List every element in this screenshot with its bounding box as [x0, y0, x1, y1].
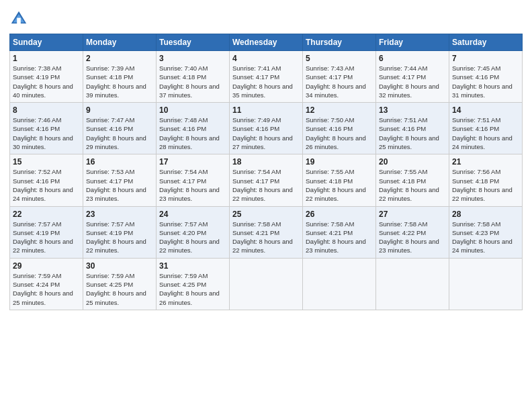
- day-detail: Sunrise: 7:45 AMSunset: 4:16 PMDaylight:…: [452, 64, 519, 99]
- calendar-cell: 7Sunrise: 7:45 AMSunset: 4:16 PMDaylight…: [449, 51, 523, 103]
- calendar-cell: 16Sunrise: 7:53 AMSunset: 4:17 PMDayligh…: [83, 154, 157, 206]
- day-header-sunday: Sunday: [10, 34, 83, 51]
- day-number: 4: [232, 54, 300, 63]
- day-detail: Sunrise: 7:41 AMSunset: 4:17 PMDaylight:…: [232, 64, 300, 99]
- calendar-cell: 8Sunrise: 7:46 AMSunset: 4:16 PMDaylight…: [10, 103, 83, 154]
- day-detail: Sunrise: 7:52 AMSunset: 4:16 PMDaylight:…: [13, 167, 80, 203]
- day-detail: Sunrise: 7:58 AMSunset: 4:21 PMDaylight:…: [232, 220, 300, 255]
- day-detail: Sunrise: 7:59 AMSunset: 4:25 PMDaylight:…: [86, 271, 153, 307]
- calendar-cell: [230, 258, 303, 310]
- logo: [9, 9, 30, 28]
- day-detail: Sunrise: 7:55 AMSunset: 4:18 PMDaylight:…: [379, 167, 446, 203]
- calendar-cell: 2Sunrise: 7:39 AMSunset: 4:18 PMDaylight…: [83, 51, 157, 103]
- day-detail: Sunrise: 7:58 AMSunset: 4:21 PMDaylight:…: [306, 220, 373, 255]
- day-number: 3: [159, 54, 226, 63]
- calendar-body: 1Sunrise: 7:38 AMSunset: 4:19 PMDaylight…: [10, 51, 523, 310]
- calendar-container: SundayMondayTuesdayWednesdayThursdayFrid…: [0, 0, 532, 317]
- day-number: 13: [379, 105, 446, 115]
- day-header-saturday: Saturday: [449, 34, 523, 51]
- day-detail: Sunrise: 7:54 AMSunset: 4:17 PMDaylight:…: [232, 167, 300, 203]
- day-detail: Sunrise: 7:39 AMSunset: 4:18 PMDaylight:…: [86, 64, 153, 99]
- day-header-monday: Monday: [83, 34, 157, 51]
- day-number: 27: [379, 210, 446, 219]
- calendar-cell: [303, 258, 376, 310]
- day-number: 7: [452, 54, 519, 63]
- calendar-cell: 23Sunrise: 7:57 AMSunset: 4:19 PMDayligh…: [83, 206, 157, 258]
- day-detail: Sunrise: 7:59 AMSunset: 4:24 PMDaylight:…: [13, 271, 80, 307]
- day-number: 24: [159, 210, 226, 219]
- calendar-week-4: 22Sunrise: 7:57 AMSunset: 4:19 PMDayligh…: [10, 206, 523, 258]
- calendar-cell: 31Sunrise: 7:59 AMSunset: 4:25 PMDayligh…: [157, 258, 230, 310]
- day-number: 16: [86, 157, 153, 167]
- day-detail: Sunrise: 7:51 AMSunset: 4:16 PMDaylight:…: [379, 116, 446, 151]
- day-detail: Sunrise: 7:47 AMSunset: 4:16 PMDaylight:…: [86, 116, 153, 151]
- day-detail: Sunrise: 7:49 AMSunset: 4:16 PMDaylight:…: [232, 116, 300, 151]
- day-number: 21: [452, 157, 519, 167]
- calendar-cell: 18Sunrise: 7:54 AMSunset: 4:17 PMDayligh…: [230, 154, 303, 206]
- day-number: 2: [86, 54, 153, 63]
- day-number: 26: [306, 210, 373, 219]
- calendar-cell: 21Sunrise: 7:56 AMSunset: 4:18 PMDayligh…: [449, 154, 523, 206]
- day-number: 28: [452, 210, 519, 219]
- calendar-cell: 25Sunrise: 7:58 AMSunset: 4:21 PMDayligh…: [230, 206, 303, 258]
- calendar-week-2: 8Sunrise: 7:46 AMSunset: 4:16 PMDaylight…: [10, 103, 523, 154]
- logo-icon: [9, 9, 28, 28]
- calendar-header-row: SundayMondayTuesdayWednesdayThursdayFrid…: [10, 34, 523, 51]
- day-number: 22: [13, 210, 80, 219]
- calendar-table: SundayMondayTuesdayWednesdayThursdayFrid…: [9, 34, 523, 310]
- day-number: 17: [159, 157, 226, 167]
- calendar-cell: 27Sunrise: 7:58 AMSunset: 4:22 PMDayligh…: [376, 206, 449, 258]
- day-detail: Sunrise: 7:38 AMSunset: 4:19 PMDaylight:…: [13, 64, 80, 99]
- day-number: 20: [379, 157, 446, 167]
- calendar-cell: [376, 258, 449, 310]
- day-detail: Sunrise: 7:57 AMSunset: 4:20 PMDaylight:…: [159, 220, 226, 255]
- day-detail: Sunrise: 7:44 AMSunset: 4:17 PMDaylight:…: [379, 64, 446, 99]
- calendar-week-1: 1Sunrise: 7:38 AMSunset: 4:19 PMDaylight…: [10, 51, 523, 103]
- calendar-cell: 30Sunrise: 7:59 AMSunset: 4:25 PMDayligh…: [83, 258, 157, 310]
- day-number: 9: [86, 105, 153, 115]
- day-header-wednesday: Wednesday: [230, 34, 303, 51]
- calendar-cell: 19Sunrise: 7:55 AMSunset: 4:18 PMDayligh…: [303, 154, 376, 206]
- day-number: 1: [13, 54, 80, 63]
- calendar-cell: 13Sunrise: 7:51 AMSunset: 4:16 PMDayligh…: [376, 103, 449, 154]
- day-detail: Sunrise: 7:57 AMSunset: 4:19 PMDaylight:…: [13, 220, 80, 255]
- calendar-cell: [449, 258, 523, 310]
- day-number: 15: [13, 157, 80, 167]
- calendar-cell: 22Sunrise: 7:57 AMSunset: 4:19 PMDayligh…: [10, 206, 83, 258]
- calendar-cell: 6Sunrise: 7:44 AMSunset: 4:17 PMDaylight…: [376, 51, 449, 103]
- calendar-cell: 28Sunrise: 7:58 AMSunset: 4:23 PMDayligh…: [449, 206, 523, 258]
- day-header-tuesday: Tuesday: [157, 34, 230, 51]
- day-number: 23: [86, 210, 153, 219]
- day-number: 10: [159, 105, 226, 115]
- svg-rect-2: [17, 18, 21, 24]
- calendar-cell: 3Sunrise: 7:40 AMSunset: 4:18 PMDaylight…: [157, 51, 230, 103]
- calendar-header: [9, 7, 523, 28]
- day-detail: Sunrise: 7:46 AMSunset: 4:16 PMDaylight:…: [13, 116, 80, 151]
- day-detail: Sunrise: 7:58 AMSunset: 4:23 PMDaylight:…: [452, 220, 519, 255]
- day-detail: Sunrise: 7:51 AMSunset: 4:16 PMDaylight:…: [452, 116, 519, 151]
- calendar-cell: 15Sunrise: 7:52 AMSunset: 4:16 PMDayligh…: [10, 154, 83, 206]
- calendar-cell: 26Sunrise: 7:58 AMSunset: 4:21 PMDayligh…: [303, 206, 376, 258]
- calendar-cell: 24Sunrise: 7:57 AMSunset: 4:20 PMDayligh…: [157, 206, 230, 258]
- day-number: 6: [379, 54, 446, 63]
- day-number: 14: [452, 105, 519, 115]
- calendar-cell: 29Sunrise: 7:59 AMSunset: 4:24 PMDayligh…: [10, 258, 83, 310]
- day-header-friday: Friday: [376, 34, 449, 51]
- calendar-week-5: 29Sunrise: 7:59 AMSunset: 4:24 PMDayligh…: [10, 258, 523, 310]
- day-detail: Sunrise: 7:59 AMSunset: 4:25 PMDaylight:…: [159, 271, 226, 307]
- day-number: 29: [13, 261, 80, 271]
- day-number: 25: [232, 210, 300, 219]
- day-detail: Sunrise: 7:40 AMSunset: 4:18 PMDaylight:…: [159, 64, 226, 99]
- calendar-cell: 20Sunrise: 7:55 AMSunset: 4:18 PMDayligh…: [376, 154, 449, 206]
- calendar-cell: 17Sunrise: 7:54 AMSunset: 4:17 PMDayligh…: [157, 154, 230, 206]
- calendar-cell: 4Sunrise: 7:41 AMSunset: 4:17 PMDaylight…: [230, 51, 303, 103]
- day-number: 5: [306, 54, 373, 63]
- day-number: 19: [306, 157, 373, 167]
- calendar-cell: 1Sunrise: 7:38 AMSunset: 4:19 PMDaylight…: [10, 51, 83, 103]
- day-detail: Sunrise: 7:58 AMSunset: 4:22 PMDaylight:…: [379, 220, 446, 255]
- calendar-cell: 11Sunrise: 7:49 AMSunset: 4:16 PMDayligh…: [230, 103, 303, 154]
- day-number: 11: [232, 105, 300, 115]
- calendar-cell: 12Sunrise: 7:50 AMSunset: 4:16 PMDayligh…: [303, 103, 376, 154]
- day-header-thursday: Thursday: [303, 34, 376, 51]
- day-detail: Sunrise: 7:53 AMSunset: 4:17 PMDaylight:…: [86, 167, 153, 203]
